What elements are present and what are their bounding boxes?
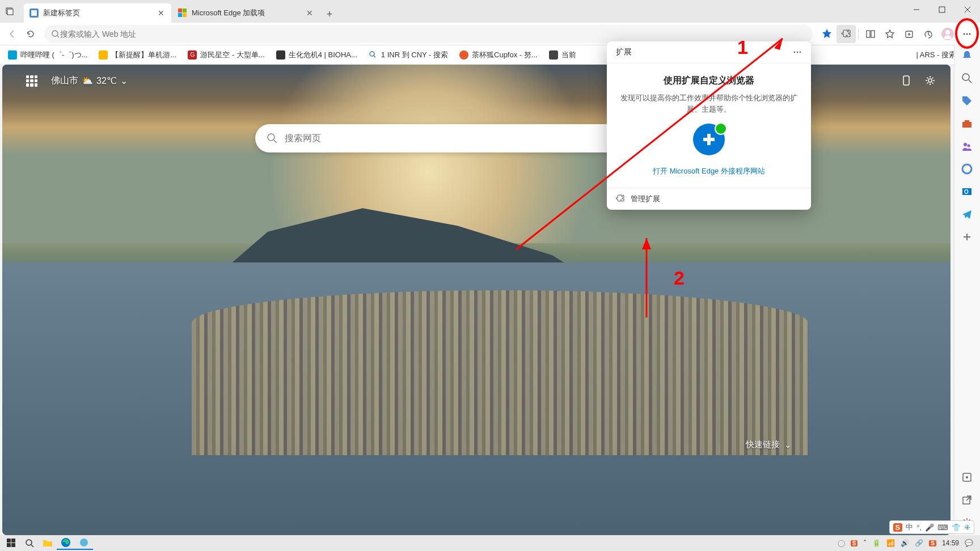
bookmark-icon bbox=[8, 50, 17, 60]
svg-point-28 bbox=[268, 134, 274, 141]
discover-icon[interactable] bbox=[961, 472, 974, 484]
battery-icon[interactable]: 🔋 bbox=[872, 539, 881, 547]
svg-point-33 bbox=[962, 74, 969, 80]
tab-title: 新建标签页 bbox=[43, 8, 157, 18]
extension-graphic-icon bbox=[693, 124, 725, 155]
keyboard-icon[interactable]: ⌨ bbox=[937, 523, 948, 532]
popup-more-icon[interactable] bbox=[793, 48, 802, 57]
split-screen-icon[interactable] bbox=[861, 25, 880, 43]
weather-icon: ⛅ bbox=[82, 75, 93, 86]
bookmark-icon bbox=[276, 50, 285, 60]
search-icon bbox=[369, 50, 378, 60]
refresh-button[interactable] bbox=[22, 25, 40, 43]
address-input[interactable] bbox=[60, 29, 806, 39]
search-icon[interactable] bbox=[961, 73, 974, 85]
popup-title: 扩展 bbox=[616, 47, 632, 57]
svg-rect-55 bbox=[11, 543, 15, 547]
svg-rect-26 bbox=[903, 76, 909, 85]
tab-new-tab[interactable]: 新建标签页 ✕ bbox=[24, 3, 171, 23]
app-icon[interactable] bbox=[75, 536, 93, 550]
ntp-top-right bbox=[901, 75, 937, 87]
bookmark-label: 哔哩哔哩 (゜-゜)つ... bbox=[20, 50, 87, 60]
ime-grid-icon[interactable]: ⁜ bbox=[964, 523, 970, 532]
external-link-icon[interactable] bbox=[961, 494, 974, 507]
svg-rect-6 bbox=[178, 13, 182, 17]
new-tab-button[interactable]: + bbox=[321, 6, 338, 23]
chevron-down-icon: ⌄ bbox=[120, 75, 128, 86]
svg-rect-54 bbox=[7, 543, 11, 547]
file-explorer-icon[interactable] bbox=[39, 536, 57, 550]
telegram-icon[interactable] bbox=[961, 209, 974, 221]
extensions-button[interactable] bbox=[837, 25, 856, 43]
taskbar-search-icon[interactable] bbox=[20, 536, 39, 550]
toolbox-icon[interactable] bbox=[961, 118, 974, 130]
bookmark-cupfox[interactable]: 茶杯狐Cupfox - 努... bbox=[455, 48, 542, 62]
quick-links-toggle[interactable]: 快速链接 ⌄ bbox=[746, 439, 792, 450]
favorite-star-icon[interactable] bbox=[817, 25, 837, 43]
profile-avatar[interactable] bbox=[938, 25, 957, 43]
wifi-icon[interactable]: 📶 bbox=[886, 539, 895, 547]
bookmark-biohazard[interactable]: 生化危机4 | BIOHA... bbox=[272, 48, 362, 62]
open-addons-link[interactable]: 打开 Microsoft Edge 外接程序网站 bbox=[653, 167, 765, 175]
svg-point-38 bbox=[967, 145, 970, 147]
app-launcher-icon[interactable] bbox=[26, 75, 37, 87]
back-button[interactable] bbox=[3, 25, 22, 43]
bookmark-inr-cny[interactable]: 1 INR 到 CNY - 搜索 bbox=[364, 48, 453, 62]
bookmark-label: 当前 bbox=[561, 50, 576, 60]
svg-point-27 bbox=[928, 79, 932, 82]
close-icon[interactable]: ✕ bbox=[157, 9, 166, 18]
office-icon[interactable] bbox=[961, 163, 974, 176]
manage-extensions-label: 管理扩展 bbox=[631, 194, 660, 204]
performance-icon[interactable] bbox=[919, 25, 938, 43]
popup-header: 扩展 bbox=[607, 41, 811, 63]
tab-edge-addons[interactable]: Microsoft Edge 加载项 ✕ bbox=[172, 3, 320, 23]
gear-icon[interactable] bbox=[924, 75, 937, 87]
svg-point-45 bbox=[966, 476, 968, 478]
popup-footer[interactable]: 管理扩展 bbox=[607, 188, 811, 210]
people-icon[interactable] bbox=[961, 141, 974, 153]
volume-icon[interactable]: 🔊 bbox=[901, 539, 909, 547]
bookmark-label: 茶杯狐Cupfox - 努... bbox=[472, 50, 538, 60]
link-icon[interactable]: 🔗 bbox=[915, 539, 923, 547]
svg-rect-14 bbox=[867, 31, 870, 37]
favorites-icon[interactable] bbox=[880, 25, 899, 43]
bookmark-gamersky[interactable]: G游民星空 - 大型单... bbox=[183, 48, 269, 62]
weather-widget[interactable]: 佛山市 ⛅ 32℃ ⌄ bbox=[51, 75, 128, 87]
svg-line-25 bbox=[374, 56, 375, 57]
weather-city: 佛山市 bbox=[51, 75, 78, 87]
tab-actions-button[interactable] bbox=[1, 3, 18, 20]
bookmark-bilibili[interactable]: 哔哩哔哩 (゜-゜)つ... bbox=[3, 48, 92, 62]
bookmark-current[interactable]: 当前 bbox=[544, 48, 581, 62]
svg-rect-1 bbox=[7, 9, 13, 15]
maximize-button[interactable] bbox=[929, 0, 954, 19]
clock[interactable]: 14:59 bbox=[942, 539, 959, 547]
tab-title: Microsoft Edge 加载项 bbox=[192, 8, 305, 18]
microphone-icon[interactable]: 🎤 bbox=[925, 523, 934, 532]
notifications-icon[interactable]: 💬 bbox=[965, 539, 973, 547]
tray-chevron-icon[interactable]: ˄ bbox=[863, 539, 867, 547]
mobile-icon[interactable] bbox=[901, 75, 913, 87]
outlook-icon[interactable]: O bbox=[961, 186, 974, 198]
close-icon[interactable]: ✕ bbox=[305, 9, 314, 18]
sogou-tray-icon-2[interactable]: S bbox=[929, 540, 936, 546]
sogou-tray-icon[interactable]: S bbox=[851, 540, 858, 546]
ime-bar[interactable]: S 中 °, 🎤 ⌨ 👕 ⁜ bbox=[889, 520, 974, 534]
tray-icon[interactable]: ◯ bbox=[838, 539, 845, 547]
edge-browser-icon[interactable] bbox=[57, 536, 75, 550]
ime-logo: S bbox=[893, 523, 903, 532]
gear-icon bbox=[616, 194, 625, 204]
notification-bell-icon[interactable] bbox=[961, 50, 974, 62]
collections-icon[interactable] bbox=[899, 25, 919, 43]
svg-line-13 bbox=[57, 36, 59, 37]
start-button[interactable] bbox=[2, 536, 20, 550]
bookmark-item[interactable]: 【新提醒】单机游... bbox=[94, 48, 181, 62]
search-icon bbox=[267, 133, 278, 144]
bookmark-label: 1 INR 到 CNY - 搜索 bbox=[381, 50, 448, 60]
ime-tool-icon[interactable]: 👕 bbox=[952, 523, 961, 532]
address-input-container[interactable] bbox=[44, 25, 813, 43]
add-icon[interactable] bbox=[961, 231, 974, 244]
taskbar: ◯ S ˄ 🔋 📶 🔊 🔗 S 14:59 💬 bbox=[0, 535, 980, 551]
minimize-button[interactable] bbox=[903, 0, 929, 19]
shopping-tag-icon[interactable] bbox=[961, 95, 974, 108]
close-window-button[interactable] bbox=[954, 0, 980, 19]
